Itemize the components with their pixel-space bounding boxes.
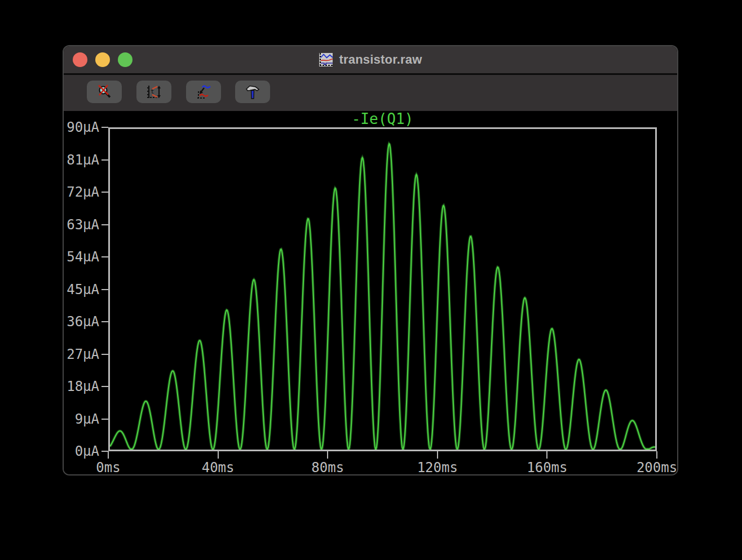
x-tick-label: 0ms — [74, 459, 142, 475]
x-tick — [108, 451, 109, 459]
x-tick-label: 40ms — [184, 459, 252, 475]
y-tick-label: 0µA — [64, 443, 99, 460]
x-tick — [656, 451, 657, 459]
y-tick — [101, 289, 108, 290]
control-panel-button[interactable] — [235, 81, 270, 103]
trace-label[interactable]: -Ie(Q1) — [108, 111, 657, 127]
close-button[interactable] — [73, 52, 87, 67]
y-tick-label: 90µA — [64, 119, 99, 136]
waveform-trace-svg — [110, 129, 655, 450]
plot-canvas[interactable]: -Ie(Q1) 0µA9µA18µA27µA36µA45µA54µA63µA72… — [64, 111, 677, 475]
x-tick — [437, 451, 438, 459]
x-tick — [327, 451, 328, 459]
y-tick — [101, 386, 108, 387]
y-tick — [101, 321, 108, 322]
y-tick-label: 81µA — [64, 152, 99, 168]
y-tick — [101, 127, 108, 128]
minimize-button[interactable] — [95, 52, 110, 67]
y-tick — [101, 256, 108, 257]
y-tick — [101, 354, 108, 355]
y-tick-label: 45µA — [64, 281, 99, 298]
window-title: transistor.raw — [339, 52, 422, 67]
x-tick-label: 120ms — [404, 459, 471, 475]
waveform-viewer-window: transistor.raw t — [63, 45, 678, 475]
hammer-icon — [243, 84, 262, 100]
zoom-full-extents-button[interactable] — [87, 81, 122, 103]
traffic-lights — [73, 52, 132, 67]
y-tick — [101, 419, 108, 420]
y-tick-label: 36µA — [64, 313, 99, 330]
y-tick-label: 9µA — [64, 411, 99, 428]
waveform-document-icon — [319, 52, 333, 67]
title-group: transistor.raw — [319, 52, 422, 67]
axes-autorange-icon: t — [144, 84, 164, 100]
y-tick-label: 63µA — [64, 216, 99, 233]
zoom-window-button[interactable] — [118, 52, 132, 67]
x-tick — [546, 451, 547, 459]
plot-settings-button[interactable] — [186, 81, 221, 103]
title-bar: transistor.raw — [64, 46, 677, 73]
marked-traces-icon — [194, 84, 213, 100]
x-tick — [218, 451, 219, 459]
y-tick — [101, 192, 108, 193]
y-tick-label: 54µA — [64, 248, 99, 265]
x-tick-label: 200ms — [623, 459, 678, 475]
y-tick-label: 27µA — [64, 346, 99, 363]
y-tick — [101, 224, 108, 225]
toolbar: t — [64, 75, 677, 111]
y-tick — [101, 159, 108, 161]
x-tick-label: 160ms — [513, 459, 581, 475]
x-tick-label: 80ms — [294, 459, 361, 475]
y-tick-label: 18µA — [64, 378, 99, 395]
magnifier-crossed-icon — [95, 84, 114, 100]
autorange-y-button[interactable]: t — [136, 81, 171, 103]
y-tick-label: 72µA — [64, 184, 99, 201]
